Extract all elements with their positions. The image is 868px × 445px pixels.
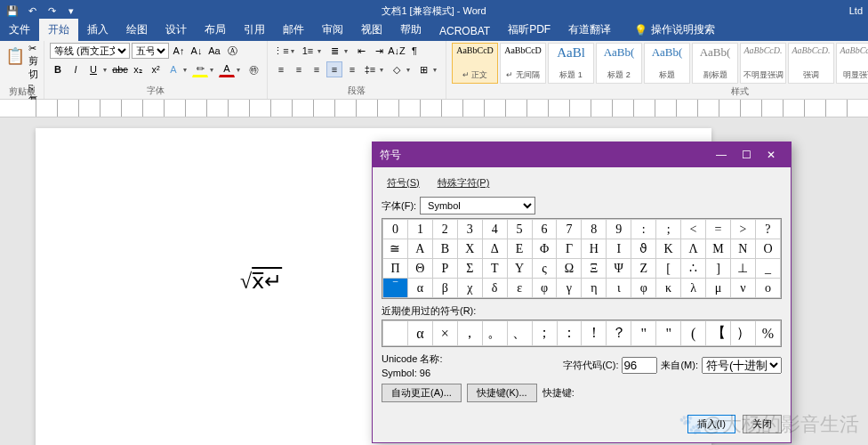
bold-button[interactable]: B	[50, 61, 66, 77]
symbol-cell[interactable]: κ	[656, 279, 681, 298]
symbol-cell[interactable]: ‾	[383, 279, 408, 298]
align-center-icon[interactable]: ≡	[291, 61, 307, 77]
symbol-cell[interactable]: 7	[557, 220, 582, 239]
symbol-cell[interactable]: ι	[607, 279, 631, 298]
style-item[interactable]: AaBl标题 1	[548, 43, 594, 84]
symbol-cell[interactable]: Π	[383, 259, 408, 279]
symbol-cell[interactable]: Θ	[407, 259, 432, 279]
bullets-icon[interactable]: ⋮≡	[273, 43, 289, 59]
recent-symbol-cell[interactable]: ？	[607, 321, 631, 346]
align-right-icon[interactable]: ≡	[309, 61, 325, 77]
symbol-cell[interactable]: 3	[457, 220, 482, 239]
tab-file[interactable]: 文件	[0, 19, 39, 41]
font-field-select[interactable]: Symbol	[420, 197, 535, 214]
recent-symbol-cell[interactable]: α	[407, 321, 432, 346]
recent-symbol-cell[interactable]: ：	[557, 321, 582, 346]
symbol-cell[interactable]: Μ	[706, 239, 731, 259]
tab-home[interactable]: 开始	[39, 19, 78, 41]
recent-symbol-cell[interactable]: 。	[482, 321, 507, 346]
symbol-cell[interactable]: Γ	[557, 239, 582, 259]
symbol-cell[interactable]: 9	[607, 220, 631, 239]
recent-symbol-cell[interactable]: ×	[432, 321, 457, 346]
symbol-cell[interactable]: :	[631, 220, 656, 239]
cut-button[interactable]: ✂ 剪切	[28, 43, 38, 81]
subscript-button[interactable]: x₂	[130, 61, 146, 77]
change-case-icon[interactable]: Aa	[206, 43, 222, 59]
distribute-icon[interactable]: ≡	[344, 61, 360, 77]
shortcut-key-button[interactable]: 快捷键(K)...	[467, 384, 537, 402]
qat-customize-icon[interactable]: ▾	[64, 4, 78, 18]
numbering-icon[interactable]: 1≡	[300, 43, 316, 59]
symbol-cell[interactable]: δ	[482, 279, 507, 298]
symbol-cell[interactable]: μ	[706, 279, 731, 298]
symbol-cell[interactable]: 0	[383, 220, 408, 239]
shading-icon[interactable]: ◇	[389, 61, 405, 77]
symbol-cell[interactable]: η	[582, 279, 607, 298]
recent-symbol-cell[interactable]: "	[656, 321, 681, 346]
style-item[interactable]: AaBb(标题	[644, 43, 690, 84]
tab-acrobat[interactable]: ACROBAT	[430, 21, 499, 41]
indent-left-icon[interactable]: ⇤	[353, 43, 369, 59]
tab-design[interactable]: 设计	[157, 19, 196, 41]
recent-symbol-cell[interactable]: ）	[731, 321, 756, 346]
recent-symbol-cell[interactable]: 【	[706, 321, 731, 346]
show-marks-icon[interactable]: ¶	[406, 43, 422, 59]
symbol-cell[interactable]: 8	[582, 220, 607, 239]
align-left-icon[interactable]: ≡	[273, 61, 289, 77]
sort-icon[interactable]: A↓Z	[389, 43, 405, 59]
enclose-char-icon[interactable]: ㊕	[245, 61, 261, 77]
symbol-cell[interactable]: [	[656, 259, 681, 279]
close-icon[interactable]: ✕	[759, 142, 784, 167]
recent-symbol-cell[interactable]: (	[681, 321, 706, 346]
symbol-cell[interactable]: Τ	[482, 259, 507, 279]
recent-symbol-cell[interactable]: "	[631, 321, 656, 346]
font-color-icon[interactable]: A	[219, 61, 235, 77]
undo-icon[interactable]: ↶	[25, 4, 39, 18]
recent-symbol-cell[interactable]: ！	[582, 321, 607, 346]
autocorrect-button[interactable]: 自动更正(A)...	[382, 384, 462, 402]
style-item[interactable]: AaBbCcD.明显强调	[836, 43, 868, 84]
save-icon[interactable]: 💾	[5, 4, 20, 18]
style-item[interactable]: AaBbCcD↵ 正文	[452, 43, 498, 84]
tab-view[interactable]: 视图	[352, 19, 391, 41]
symbol-cell[interactable]: 1	[407, 220, 432, 239]
symbol-cell[interactable]: 4	[482, 220, 507, 239]
symbol-cell[interactable]: Ω	[557, 259, 582, 279]
symbol-cell[interactable]: >	[730, 220, 755, 239]
symbol-cell[interactable]: 5	[507, 220, 532, 239]
style-item[interactable]: AaBbCcD.强调	[788, 43, 834, 84]
minimize-icon[interactable]: —	[709, 142, 734, 167]
symbol-cell[interactable]: ∴	[681, 259, 706, 279]
dialog-titlebar[interactable]: 符号 — ☐ ✕	[373, 142, 791, 167]
symbol-cell[interactable]: Ν	[730, 239, 755, 259]
shrink-font-icon[interactable]: A↓	[189, 43, 205, 59]
symbol-cell[interactable]: ς	[532, 259, 557, 279]
symbol-cell[interactable]: ⊥	[730, 259, 755, 279]
close-button[interactable]: 关闭	[743, 415, 782, 433]
tab-insert[interactable]: 插入	[78, 19, 117, 41]
symbol-cell[interactable]: Ι	[607, 239, 631, 259]
borders-icon[interactable]: ⊞	[415, 61, 431, 77]
recent-symbol-cell[interactable]	[383, 321, 408, 346]
recent-symbol-cell[interactable]: ；	[532, 321, 557, 346]
maximize-icon[interactable]: ☐	[734, 142, 759, 167]
grow-font-icon[interactable]: A↑	[171, 43, 187, 59]
symbol-cell[interactable]: Ε	[507, 239, 532, 259]
special-chars-tab[interactable]: 特殊字符(P)	[432, 174, 495, 191]
font-size-select[interactable]: 五号	[132, 43, 169, 59]
document-content[interactable]: √x̅↵	[240, 269, 282, 294]
symbol-cell[interactable]: ϑ	[631, 239, 656, 259]
style-item[interactable]: AaBbCcD.不明显强调	[740, 43, 786, 84]
symbol-cell[interactable]: Ψ	[607, 259, 631, 279]
recent-symbol-cell[interactable]: %	[756, 321, 781, 346]
redo-icon[interactable]: ↷	[44, 4, 59, 18]
style-item[interactable]: AaBb(副标题	[692, 43, 738, 84]
tell-me-search[interactable]: 💡 操作说明搜索	[627, 19, 722, 41]
symbol-cell[interactable]: Η	[582, 239, 607, 259]
tab-help[interactable]: 帮助	[391, 19, 430, 41]
symbol-cell[interactable]: _	[755, 259, 780, 279]
symbol-cell[interactable]: φ	[532, 279, 557, 298]
tab-foxit[interactable]: 福昕PDF	[499, 19, 559, 41]
symbol-cell[interactable]: Ξ	[582, 259, 607, 279]
tab-translate[interactable]: 有道翻译	[559, 19, 620, 41]
